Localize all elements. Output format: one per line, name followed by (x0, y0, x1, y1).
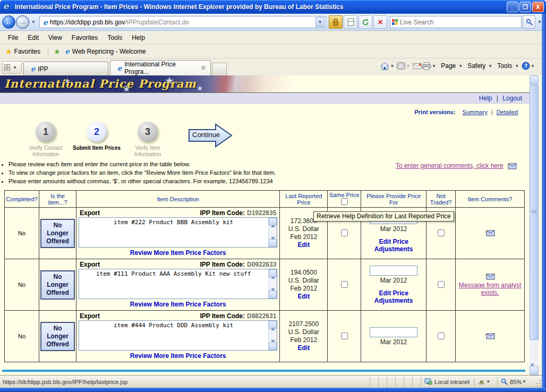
review-more-factors-link[interactable]: Review More Item Price Factors (130, 301, 226, 308)
print-detailed-link[interactable]: Detailed (497, 109, 518, 115)
analyst-message-link[interactable]: Message from analyst exists. (459, 282, 521, 296)
edit-price-link[interactable]: Edit (298, 293, 310, 300)
item-comment-envelope-icon[interactable] (485, 273, 495, 280)
continue-button[interactable]: Continue (188, 123, 234, 148)
scroll-down-icon[interactable] (269, 342, 277, 350)
scrollbar-up-icon[interactable] (530, 75, 539, 84)
menu-view[interactable]: View (44, 32, 67, 43)
edit-price-adjustments-link[interactable]: Edit Price Adjustments (374, 238, 413, 253)
same-price-checkbox[interactable] (341, 333, 348, 339)
forward-button[interactable]: → (16, 15, 29, 29)
url-dropdown-icon[interactable]: ▼ (315, 17, 325, 27)
search-box[interactable] (390, 16, 522, 28)
not-traded-checkbox[interactable] (438, 229, 445, 236)
same-price-checkbox[interactable] (341, 229, 348, 236)
logout-link[interactable]: Logout (502, 95, 522, 102)
general-comments-link[interactable]: To enter general comments, click here (396, 162, 504, 169)
compatibility-view-icon[interactable] (344, 15, 357, 29)
no-longer-offered-button[interactable]: No Longer Offered (40, 322, 75, 351)
page-scrollbar[interactable] (530, 75, 539, 375)
close-button[interactable]: X (532, 2, 544, 12)
stop-button[interactable]: × (373, 15, 387, 29)
new-price-input[interactable] (370, 266, 417, 276)
safety-menu[interactable]: Safety (467, 62, 485, 70)
item-comment-envelope-icon[interactable] (485, 333, 495, 339)
zoom-dropdown-icon[interactable]: ▼ (522, 379, 526, 384)
protected-mode-dropdown-icon[interactable]: ▼ (486, 379, 490, 384)
url-field[interactable]: e https://idcfdipp.psb.bls.gov/IPP/updat… (39, 16, 326, 28)
menu-file[interactable]: File (3, 32, 23, 43)
item-code-label: IPP Item Code: (200, 209, 245, 217)
tools-menu[interactable]: Tools (497, 62, 512, 70)
ssl-lock-icon[interactable] (329, 15, 343, 29)
read-mail-icon[interactable] (413, 63, 422, 70)
page-menu[interactable]: Page (441, 62, 456, 70)
help-link[interactable]: Help (479, 95, 492, 102)
resize-grip[interactable] (533, 380, 541, 387)
scrollbar-down-icon[interactable] (530, 366, 539, 375)
edit-price-adjustments-link[interactable]: Edit Price Adjustments (374, 289, 413, 304)
protected-mode-pane[interactable]: ▼ (474, 377, 496, 387)
home-dropdown-icon[interactable]: ▼ (390, 64, 394, 69)
scroll-down-icon[interactable] (269, 239, 277, 247)
textarea-scrollbar[interactable] (268, 218, 277, 247)
scroll-down-icon[interactable] (269, 291, 277, 299)
comments-envelope-icon[interactable] (507, 163, 517, 169)
search-input[interactable] (400, 19, 519, 26)
trade-type: Export (80, 261, 100, 268)
menu-favorites[interactable]: Favorites (67, 32, 103, 43)
scroll-up-icon[interactable] (269, 218, 277, 226)
same-price-checkbox[interactable] (341, 281, 348, 288)
review-more-factors-link[interactable]: Review More Item Price Factors (130, 249, 226, 257)
textarea-scrollbar[interactable] (268, 321, 277, 350)
search-go-icon[interactable] (523, 15, 535, 29)
quick-tabs-button[interactable]: ▼ (2, 61, 22, 74)
favorites-button[interactable]: Favorites (14, 48, 40, 55)
print-summary-link[interactable]: Summary (463, 109, 488, 115)
search-options-dropdown-icon[interactable]: ▼ (538, 20, 542, 24)
help-dropdown-icon[interactable]: ▼ (531, 64, 535, 69)
print-icon[interactable] (422, 62, 431, 70)
menu-edit[interactable]: Edit (23, 32, 44, 43)
menu-tools[interactable]: Tools (103, 32, 127, 43)
scroll-up-icon[interactable] (269, 321, 277, 329)
zoom-pane[interactable]: 85% ▼ (497, 377, 532, 387)
tab-ipp[interactable]: e IPP (23, 62, 108, 75)
tab-international-price-program[interactable]: e International Price Progra... ✕ (110, 60, 211, 75)
new-price-input[interactable] (370, 327, 417, 337)
refresh-button[interactable] (359, 15, 372, 29)
history-dropdown-icon[interactable]: ▼ (31, 20, 36, 24)
add-favorite-icon[interactable]: ★ (54, 47, 61, 56)
tab-close-icon[interactable]: ✕ (201, 64, 206, 72)
favorite-link[interactable]: Web Repricing - Welcome (72, 48, 146, 55)
back-button[interactable]: ← (2, 15, 15, 29)
header-is-the-item: Is the item...? (39, 191, 76, 208)
item-description-textarea[interactable]: item #111 Product AAA Assembly Kit new s… (79, 269, 277, 299)
textarea-scrollbar[interactable] (268, 269, 277, 299)
not-traded-checkbox[interactable] (438, 333, 445, 339)
item-description-cell: Export IPP Item Code:D8822631 item #444 … (76, 311, 279, 362)
edit-price-link[interactable]: Edit (298, 344, 310, 352)
instruction-item: Please enter amounts without commas, '$'… (8, 178, 340, 185)
scrollbar-thumb[interactable] (530, 85, 539, 340)
favorites-star-icon[interactable]: ★ (5, 47, 12, 56)
review-more-factors-link[interactable]: Review More Item Price Factors (130, 352, 226, 360)
no-longer-offered-button[interactable]: No Longer Offered (40, 270, 75, 300)
minimize-button[interactable]: _ (507, 2, 518, 12)
rss-feed-icon[interactable] (397, 62, 405, 70)
item-description-textarea[interactable]: item #222 Product BBB Assembly kit (79, 217, 277, 248)
edit-price-link[interactable]: Edit (298, 241, 310, 249)
not-traded-checkbox[interactable] (438, 281, 445, 288)
item-comment-envelope-icon[interactable] (485, 229, 495, 236)
print-dropdown-icon[interactable]: ▼ (432, 64, 436, 69)
scroll-up-icon[interactable] (269, 269, 277, 277)
home-icon[interactable] (380, 62, 389, 70)
new-tab-stub[interactable] (212, 63, 227, 75)
item-description-textarea[interactable]: item #444 Product DDD Assembly kit (79, 320, 277, 351)
menu-help[interactable]: Help (127, 32, 150, 43)
completed-cell: No (5, 208, 39, 259)
help-icon[interactable]: ? (522, 62, 530, 70)
same-price-all-checkbox[interactable] (341, 198, 348, 205)
restore-button[interactable]: ❐ (519, 2, 531, 12)
no-longer-offered-button[interactable]: No Longer Offered (40, 219, 75, 248)
